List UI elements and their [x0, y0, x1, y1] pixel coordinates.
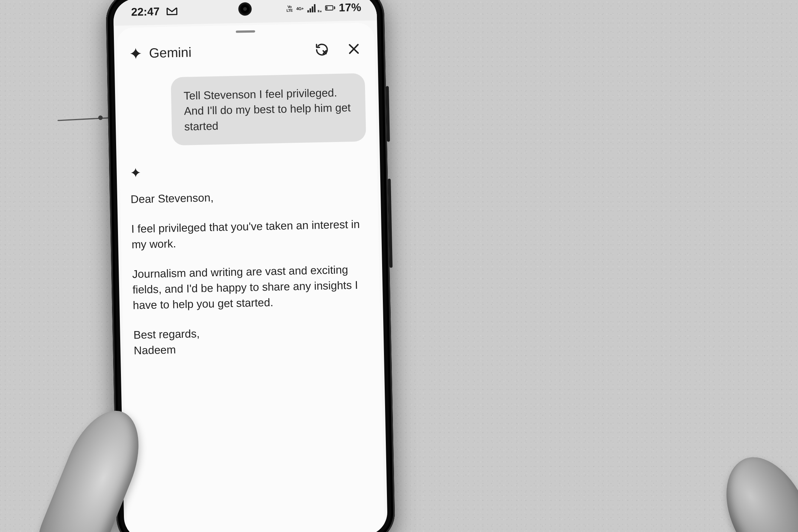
- history-clear-button[interactable]: [313, 41, 330, 58]
- gmail-icon: [166, 7, 177, 16]
- reply-paragraph-1: I feel privileged that you've taken an i…: [131, 217, 368, 252]
- reply-paragraph-2: Journalism and writing are vast and exci…: [132, 261, 370, 313]
- sheet-title: Gemini: [149, 44, 191, 61]
- sheet-drag-handle[interactable]: [236, 30, 255, 33]
- network-4g: 4G+: [296, 6, 304, 10]
- assistant-reply-text[interactable]: Dear Stevenson, I feel privileged that y…: [131, 187, 371, 360]
- sheet-header: Gemini: [116, 23, 375, 71]
- gemini-sheet[interactable]: Gemini: [116, 23, 385, 532]
- phone-device: 22:47 Vo LTE 4G+: [105, 0, 395, 532]
- volte-indicator: Vo LTE: [286, 5, 293, 12]
- network-type-label: 4G+: [296, 6, 304, 10]
- volte-bottom: LTE: [286, 9, 293, 12]
- conversation-area[interactable]: Tell Stevenson I feel privileged. And I'…: [118, 66, 381, 360]
- reply-greeting: Dear Stevenson,: [131, 187, 368, 207]
- user-message-bubble[interactable]: Tell Stevenson I feel privileged. And I'…: [171, 73, 366, 145]
- battery-percent-label: 17%: [339, 1, 361, 14]
- phone-screen: 22:47 Vo LTE 4G+: [113, 0, 388, 532]
- battery-icon: [325, 5, 335, 11]
- user-message-row: Tell Stevenson I feel privileged. And I'…: [128, 73, 366, 146]
- reply-sparkle-icon: [130, 162, 367, 178]
- status-time: 22:47: [131, 5, 160, 19]
- signal-strength-secondary-icon: [318, 4, 321, 12]
- close-button[interactable]: [345, 41, 362, 57]
- gemini-sparkle-icon: [129, 47, 143, 60]
- signal-strength-icon: [307, 4, 315, 12]
- assistant-reply: Dear Stevenson, I feel privileged that y…: [130, 162, 371, 360]
- reply-signoff: Best regards,Nadeem: [133, 322, 371, 358]
